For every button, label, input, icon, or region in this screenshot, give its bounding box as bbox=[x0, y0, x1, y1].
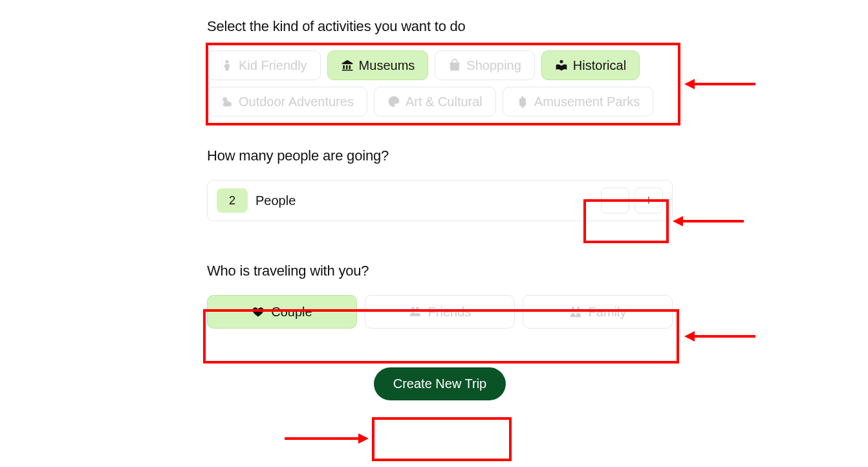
svg-point-6 bbox=[411, 307, 415, 310]
activity-label: Museums bbox=[359, 59, 415, 72]
quantity-stepper: − + bbox=[601, 188, 663, 213]
activity-label: Amusement Parks bbox=[534, 95, 640, 108]
svg-point-8 bbox=[571, 307, 574, 309]
activity-label: Shopping bbox=[466, 59, 521, 72]
svg-point-4 bbox=[392, 98, 393, 99]
activities-title: Select the kind of activities you want t… bbox=[207, 18, 673, 35]
activity-historical[interactable]: Historical bbox=[541, 50, 640, 80]
activity-amusement[interactable]: Amusement Parks bbox=[503, 87, 653, 116]
ticket-icon bbox=[516, 95, 529, 108]
companion-family[interactable]: Family bbox=[523, 295, 673, 329]
annotation-arrow bbox=[684, 79, 755, 89]
companion-friends[interactable]: Friends bbox=[365, 295, 515, 329]
museum-icon bbox=[341, 59, 354, 72]
annotation-arrow bbox=[684, 331, 755, 342]
cta-label: Create New Trip bbox=[393, 376, 487, 391]
companions-group: Couple Friends Family bbox=[207, 295, 673, 329]
create-trip-button[interactable]: Create New Trip bbox=[374, 367, 506, 400]
palette-icon bbox=[387, 95, 400, 108]
activities-group: Kid Friendly Museums Shopping Historical… bbox=[207, 50, 673, 116]
plus-icon: + bbox=[645, 192, 653, 209]
child-icon bbox=[221, 59, 233, 72]
svg-point-9 bbox=[577, 307, 580, 309]
shopping-bag-icon bbox=[448, 59, 461, 72]
svg-point-0 bbox=[226, 60, 229, 63]
annotation-arrow bbox=[673, 216, 744, 226]
cloud-sun-icon bbox=[221, 95, 233, 108]
people-unit: People bbox=[255, 193, 296, 208]
increment-button[interactable]: + bbox=[635, 188, 663, 213]
annotation-arrow bbox=[285, 433, 369, 444]
companion-couple[interactable]: Couple bbox=[207, 295, 357, 329]
family-icon bbox=[569, 305, 582, 318]
svg-point-5 bbox=[395, 98, 396, 100]
people-left: 2 People bbox=[217, 188, 296, 213]
svg-point-7 bbox=[415, 307, 418, 310]
companion-label: Family bbox=[589, 305, 627, 320]
heart-icon bbox=[252, 305, 265, 318]
minus-icon: − bbox=[611, 192, 620, 209]
people-title: How many people are going? bbox=[207, 147, 673, 164]
activity-label: Kid Friendly bbox=[239, 59, 307, 72]
cta-wrap: Create New Trip bbox=[207, 367, 673, 400]
people-count: 2 bbox=[217, 188, 248, 213]
annotation-box bbox=[372, 417, 512, 461]
companion-label: Couple bbox=[271, 305, 312, 320]
companion-label: Friends bbox=[428, 305, 472, 320]
activity-art[interactable]: Art & Cultural bbox=[374, 87, 496, 116]
activity-label: Historical bbox=[573, 59, 626, 72]
activity-shopping[interactable]: Shopping bbox=[435, 50, 535, 80]
book-reader-icon bbox=[555, 59, 568, 72]
friends-icon bbox=[409, 305, 422, 318]
activity-kid-friendly[interactable]: Kid Friendly bbox=[207, 50, 321, 80]
svg-point-3 bbox=[391, 100, 392, 101]
activity-outdoor[interactable]: Outdoor Adventures bbox=[207, 87, 367, 116]
activity-museums[interactable]: Museums bbox=[327, 50, 429, 80]
activity-label: Outdoor Adventures bbox=[239, 95, 354, 108]
svg-point-10 bbox=[574, 310, 576, 312]
companions-title: Who is traveling with you? bbox=[207, 263, 673, 279]
svg-point-1 bbox=[559, 60, 563, 63]
decrement-button[interactable]: − bbox=[601, 188, 629, 213]
people-card: 2 People − + bbox=[207, 180, 673, 221]
activity-label: Art & Cultural bbox=[406, 95, 483, 108]
